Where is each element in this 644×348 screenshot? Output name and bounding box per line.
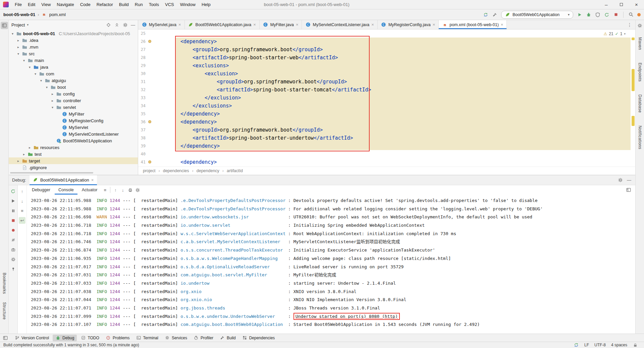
code-line-25[interactable]: 25 bbox=[138, 29, 635, 38]
warning-stripe-mark[interactable] bbox=[632, 69, 635, 91]
close-icon[interactable]: × bbox=[178, 22, 181, 27]
tool-button-profiler[interactable]: Profiler bbox=[191, 335, 216, 341]
run-config-select[interactable]: Boot05Web01Application▾ bbox=[501, 11, 573, 19]
tree-item-myfilter[interactable]: CMyFilter bbox=[9, 111, 138, 117]
editor-tab-boot05web01application-java[interactable]: Boot05Web01Application.java× bbox=[185, 20, 260, 29]
tree-item-boot[interactable]: ▾boot bbox=[9, 84, 138, 90]
status-lf[interactable]: LF bbox=[584, 343, 589, 347]
tree-item-config[interactable]: ▸config bbox=[9, 90, 138, 97]
menu-tools[interactable]: Tools bbox=[146, 0, 162, 9]
updates-indicator[interactable] bbox=[637, 13, 641, 16]
chevron-down-icon[interactable]: ▾ bbox=[34, 72, 37, 76]
close-button[interactable]: × bbox=[629, 0, 644, 9]
chevron-right-icon[interactable]: ▸ bbox=[51, 92, 54, 96]
code-line-37[interactable]: 37<groupId>org.springframework.boot</gro… bbox=[138, 126, 635, 134]
tool-button-build[interactable]: Build bbox=[217, 335, 238, 341]
chevron-down-icon[interactable]: ▾ bbox=[22, 59, 26, 62]
code-line-40[interactable]: 40 bbox=[138, 150, 635, 158]
debug-settings-button[interactable] bbox=[618, 178, 623, 183]
scroll-up-button[interactable]: ↑ bbox=[19, 188, 25, 195]
editor-tab-pom-xml-boot-05-web-01[interactable]: mpom.xml (boot-05-web-01)× bbox=[439, 20, 507, 29]
tree-item-java[interactable]: ▾java bbox=[9, 64, 138, 70]
view-options-button[interactable]: ≡ bbox=[19, 207, 25, 214]
rerun-button[interactable] bbox=[604, 12, 609, 17]
panel-settings-button[interactable] bbox=[122, 22, 128, 27]
thread-dump-button[interactable] bbox=[10, 246, 16, 253]
console-settings-button[interactable] bbox=[134, 187, 141, 193]
code-line-39[interactable]: 39</dependency> bbox=[138, 142, 635, 150]
status-4-spaces[interactable]: 4 spaces bbox=[611, 343, 627, 347]
chevron-down-icon[interactable]: ▾ bbox=[16, 52, 20, 56]
warning-stripe-mark[interactable] bbox=[632, 38, 635, 40]
code-line-30[interactable]: 30<exclusion> bbox=[138, 70, 635, 78]
build-icon[interactable] bbox=[492, 12, 497, 17]
tree-item-gitignore[interactable]: .gitignore bbox=[9, 164, 138, 171]
menu-window[interactable]: Window bbox=[177, 0, 199, 9]
tool-button-todo[interactable]: TODO bbox=[78, 335, 102, 341]
tool-button-structure[interactable]: Structure bbox=[2, 302, 7, 320]
debug-tab-debugger[interactable]: Debugger bbox=[28, 185, 54, 195]
status-utf-8[interactable]: UTF-8 bbox=[594, 343, 606, 347]
breadcrumb-dependency[interactable]: dependency bbox=[197, 168, 219, 173]
tree-item-boot05web01application[interactable]: CBoot05Web01Application bbox=[9, 137, 138, 144]
debug-session-tab[interactable]: Boot05Web01Application × bbox=[30, 175, 97, 185]
menu-view[interactable]: View bbox=[38, 0, 54, 9]
breadcrumb-artifactid[interactable]: artifactId bbox=[227, 168, 243, 173]
close-icon[interactable]: × bbox=[371, 22, 374, 27]
code-line-34[interactable]: 34</exclusions> bbox=[138, 102, 635, 110]
run-button[interactable] bbox=[577, 12, 582, 17]
menu-help[interactable]: Help bbox=[199, 0, 214, 9]
close-icon[interactable]: × bbox=[91, 178, 94, 183]
tool-button-database[interactable]: Database bbox=[638, 94, 642, 113]
tool-button-problems[interactable]: Problems bbox=[103, 335, 132, 341]
debug-tab-console[interactable]: Console bbox=[55, 185, 77, 195]
menu-refactor[interactable]: Refactor bbox=[94, 0, 116, 9]
coverage-button[interactable] bbox=[595, 12, 600, 17]
project-tool-button[interactable] bbox=[1, 22, 8, 29]
code-line-32[interactable]: 32<artifactId>spring-boot-starter-tomcat… bbox=[138, 86, 635, 94]
console-output[interactable]: 2023-08-26 22:11:05.988 INFO 1244 --- [ … bbox=[27, 195, 635, 334]
prev-message-button[interactable]: ↑ bbox=[112, 187, 119, 193]
print-button[interactable] bbox=[127, 187, 133, 193]
chevron-down-icon[interactable]: ▾ bbox=[11, 32, 14, 36]
pin-button[interactable] bbox=[10, 266, 16, 272]
locate-file-button[interactable] bbox=[106, 22, 111, 27]
close-icon[interactable]: × bbox=[296, 22, 299, 27]
tool-button-dependencies[interactable]: Dependencies bbox=[239, 335, 278, 341]
stop-button[interactable] bbox=[613, 12, 619, 17]
pause-button[interactable] bbox=[10, 207, 16, 214]
editor-tab-myfilter-java[interactable]: CMyFilter.java× bbox=[260, 20, 302, 29]
code-line-35[interactable]: 35</dependency> bbox=[138, 110, 635, 118]
output-options-button[interactable]: ≡ bbox=[102, 187, 108, 193]
inspections-widget[interactable]: ⚠21✓1▾ bbox=[601, 31, 628, 37]
chevron-down-icon[interactable]: ▾ bbox=[28, 65, 32, 69]
debug-button[interactable] bbox=[586, 12, 591, 17]
close-icon[interactable]: × bbox=[501, 22, 503, 27]
minimize-button[interactable]: – bbox=[599, 0, 614, 9]
tool-button-terminal[interactable]: Terminal bbox=[133, 335, 161, 341]
gutter-marker[interactable] bbox=[148, 160, 151, 163]
editor-tab-myregisterconfig-java[interactable]: CMyRegisterConfig.java× bbox=[378, 20, 439, 29]
close-icon[interactable]: × bbox=[433, 22, 435, 27]
chevron-right-icon[interactable]: ▸ bbox=[16, 159, 20, 163]
tool-button-debug[interactable]: Debug bbox=[53, 335, 77, 341]
gutter-marker[interactable] bbox=[148, 120, 151, 123]
breadcrumb-dependencies[interactable]: dependencies bbox=[163, 168, 189, 173]
code-line-33[interactable]: 33</exclusion> bbox=[138, 94, 635, 102]
code-line-29[interactable]: 29<exclusions> bbox=[138, 62, 635, 70]
chevron-right-icon[interactable]: ▸ bbox=[51, 99, 54, 102]
mute-breakpoints-button[interactable] bbox=[10, 236, 16, 243]
search-button[interactable] bbox=[628, 12, 634, 17]
code-line-41[interactable]: 41<dependency> bbox=[138, 158, 635, 166]
menu-vcs[interactable]: VCS bbox=[162, 0, 177, 9]
scrollbar-thumb[interactable] bbox=[10, 172, 93, 173]
breadcrumb-project[interactable]: project bbox=[143, 168, 156, 173]
menu-file[interactable]: File bbox=[12, 0, 25, 9]
chevron-down-icon[interactable]: ▾ bbox=[51, 106, 54, 109]
collapse-all-button[interactable] bbox=[114, 22, 119, 27]
menu-code[interactable]: Code bbox=[77, 0, 94, 9]
tree-item-controller[interactable]: ▸controller bbox=[9, 97, 138, 104]
sync-status-icon[interactable] bbox=[574, 342, 579, 348]
next-message-button[interactable]: ↓ bbox=[119, 187, 126, 193]
maximize-button[interactable] bbox=[614, 0, 629, 9]
